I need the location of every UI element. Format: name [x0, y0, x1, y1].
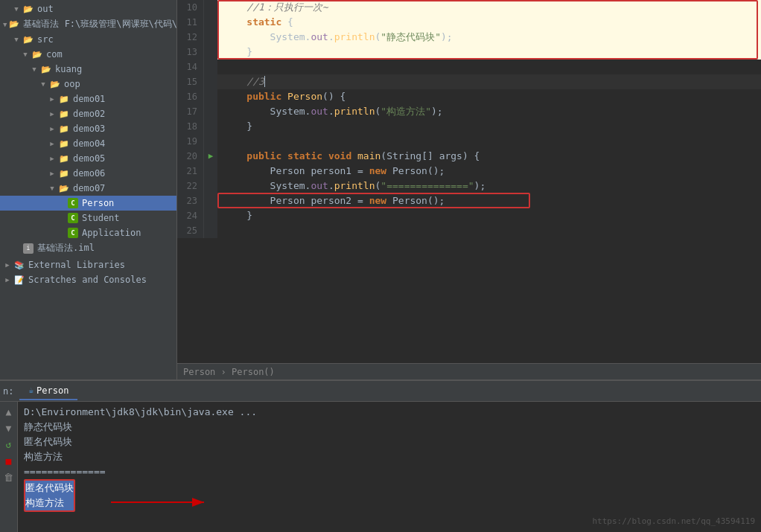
sidebar-item-demo05[interactable]: demo05: [0, 151, 176, 166]
breadcrumb-text: Person › Person(): [183, 367, 275, 377]
output-line-3: 构造方法: [24, 449, 755, 464]
code-line-23: 23 Person person2 = new Person();: [177, 193, 761, 208]
line-content[interactable]: System.out.println("==============");: [217, 179, 761, 193]
sidebar-item-application[interactable]: C Application: [0, 225, 176, 240]
line-number: 23: [177, 193, 204, 208]
run-button[interactable]: ▶: [208, 149, 214, 164]
sidebar-item-person[interactable]: C Person: [0, 196, 176, 211]
console-output[interactable]: D:\Environment\jdk8\jdk\bin\java.exe ...…: [18, 402, 761, 532]
line-content[interactable]: [217, 134, 761, 149]
sidebar-item-src[interactable]: src: [0, 32, 176, 47]
sidebar-item-out[interactable]: out: [0, 1, 176, 16]
sidebar-label: Application: [82, 228, 141, 238]
line-gutter: [204, 193, 217, 208]
chevron-icon: [39, 80, 48, 89]
line-content[interactable]: }: [217, 208, 761, 223]
line-number: 14: [177, 60, 204, 74]
stop-button[interactable]: ■: [2, 454, 16, 467]
line-gutter: [204, 179, 217, 193]
scroll-down-button[interactable]: ▼: [2, 421, 16, 435]
sidebar-item-demo04[interactable]: demo04: [0, 136, 176, 151]
line-content[interactable]: }: [217, 119, 761, 134]
sidebar-item-demo03[interactable]: demo03: [0, 121, 176, 136]
line-number: 11: [177, 15, 204, 30]
line-content[interactable]: System.out.println("构造方法");: [217, 104, 761, 119]
code-line-18: 18 }: [177, 119, 761, 134]
sidebar-item-student[interactable]: C Student: [0, 211, 176, 225]
sidebar-item-iml[interactable]: i 基础语法.iml: [0, 240, 176, 256]
sidebar-item-oop[interactable]: oop: [0, 77, 176, 92]
chevron-icon: [48, 109, 57, 118]
line-content[interactable]: static {: [217, 15, 761, 30]
rerun-button[interactable]: ↺: [2, 438, 16, 451]
bottom-panel: n: ☕ Person ▲ ▼ ↺ ■ 🗑 D:\Environment\jdk…: [0, 379, 761, 532]
chevron-icon: [21, 50, 30, 59]
line-content[interactable]: }: [217, 45, 761, 60]
code-line-25: 25: [177, 223, 761, 238]
line-gutter: [204, 45, 217, 60]
line-number: 21: [177, 164, 204, 179]
sidebar-item-demo06[interactable]: demo06: [0, 166, 176, 181]
sidebar-item-jichu[interactable]: 基础语法 F:\班级管理\网课班\代码\Ja: [0, 16, 176, 32]
line-gutter: [204, 119, 217, 134]
sidebar-label: src: [37, 34, 54, 45]
sidebar-item-scratches[interactable]: 📝 Scratches and Consoles: [0, 272, 176, 287]
folder-icon: [58, 108, 70, 120]
line-content[interactable]: //3​: [217, 74, 761, 89]
line-content[interactable]: System.out.println("静态代码块");: [217, 30, 761, 45]
clear-button[interactable]: 🗑: [2, 470, 16, 484]
code-line-16: 16 public Person() {: [177, 89, 761, 104]
sidebar-label: demo01: [73, 94, 105, 104]
line-content[interactable]: Person person1 = new Person();: [217, 164, 761, 179]
java-file-icon: C: [67, 227, 79, 239]
output-line-2: 匿名代码块: [24, 435, 755, 449]
line-content[interactable]: public static void main(String[] args) {: [217, 149, 761, 164]
code-content[interactable]: 10 //1：只执行一次~ 11 static { 12 System.out.…: [177, 0, 761, 363]
sidebar-item-demo07[interactable]: demo07: [0, 181, 176, 196]
line-content[interactable]: public Person() {: [217, 89, 761, 104]
sidebar-label: External Libraries: [28, 260, 125, 270]
line-number: 12: [177, 30, 204, 45]
line-gutter: [204, 164, 217, 179]
line-content[interactable]: Person person2 = new Person();: [217, 193, 761, 208]
chevron-icon: [30, 65, 39, 74]
line-content[interactable]: [217, 60, 761, 74]
sidebar-item-com[interactable]: com: [0, 47, 176, 62]
folder-icon: [58, 93, 70, 105]
output-line-6: 构造方法: [25, 496, 74, 510]
bottom-tabs: n: ☕ Person: [0, 381, 761, 402]
code-line-19: 19: [177, 134, 761, 149]
line-gutter: [204, 74, 217, 89]
line-gutter: [204, 223, 217, 238]
folder-icon: [58, 153, 70, 164]
line-gutter: [204, 15, 217, 30]
libs-icon: 📚: [13, 259, 25, 271]
code-line-20: 20 ▶ public static void main(String[] ar…: [177, 149, 761, 164]
line-content[interactable]: //1：只执行一次~: [217, 0, 761, 15]
sidebar-label: oop: [64, 79, 80, 89]
sidebar-item-kuang[interactable]: kuang: [0, 62, 176, 77]
sidebar-label: 基础语法 F:\班级管理\网课班\代码\Ja: [23, 18, 177, 31]
sidebar-label: Scratches and Consoles: [28, 275, 147, 285]
red-arrow-annotation: [107, 480, 256, 525]
folder-icon: [49, 78, 61, 90]
sidebar-item-ext-libs[interactable]: 📚 External Libraries: [0, 257, 176, 272]
sidebar: out 基础语法 F:\班级管理\网课班\代码\Ja src com kuang: [0, 0, 177, 379]
console-label[interactable]: n:: [3, 386, 19, 397]
output-line-1: 静态代码块: [24, 420, 755, 435]
sidebar-item-demo01[interactable]: demo01: [0, 92, 176, 106]
editor-area: 10 //1：只执行一次~ 11 static { 12 System.out.…: [177, 0, 761, 379]
scroll-up-button[interactable]: ▲: [2, 405, 16, 418]
chevron-icon: [3, 260, 12, 269]
chevron-icon: [48, 94, 57, 103]
line-gutter: [204, 30, 217, 45]
line-gutter: [204, 134, 217, 149]
tab-person[interactable]: ☕ Person: [19, 382, 77, 400]
line-number: 10: [177, 0, 204, 15]
bottom-content: ▲ ▼ ↺ ■ 🗑 D:\Environment\jdk8\jdk\bin\ja…: [0, 402, 761, 532]
sidebar-label: Student: [82, 213, 120, 223]
sidebar-item-demo02[interactable]: demo02: [0, 106, 176, 121]
java-tab-icon: ☕: [28, 385, 34, 395]
line-gutter: [204, 208, 217, 223]
line-content[interactable]: [217, 223, 761, 238]
